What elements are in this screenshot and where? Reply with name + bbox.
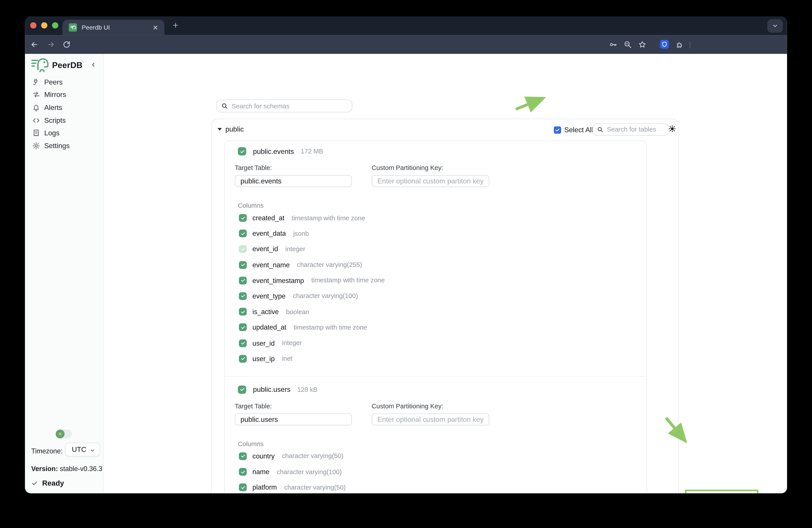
browser-window: Peerdb UI ✕ + Not Secure :3000/mirrors/c… [25, 17, 787, 493]
table-size: 172 MB [301, 148, 323, 155]
table-checkbox[interactable] [238, 385, 246, 394]
zoom-window-button[interactable] [52, 22, 58, 28]
check-icon [240, 485, 246, 490]
version-value: stable-v0.36.3 [60, 465, 102, 473]
browser-toolbar: Not Secure :3000/mirrors/create?type=CDC… [25, 35, 787, 54]
create-mirror-highlight: + Create Mirror [685, 489, 758, 493]
table-settings-gear-icon[interactable] [668, 125, 676, 133]
sidebar-item-mirrors[interactable]: Mirrors [25, 88, 103, 101]
column-name: event_id [252, 245, 278, 253]
column-name: country [252, 452, 275, 460]
column-name: event_name [252, 261, 290, 269]
column-checkbox[interactable] [239, 484, 247, 491]
check-icon [240, 215, 246, 220]
sidebar-nav: Peers Mirrors Alerts Scripts [25, 76, 103, 152]
tab-search-button[interactable] [767, 19, 783, 33]
table-search-placeholder: Search for tables [607, 126, 656, 133]
schema-name: public [225, 125, 244, 133]
column-row: event_data jsonb [225, 230, 647, 237]
partition-key-input[interactable] [372, 175, 489, 187]
timezone-select[interactable]: UTC [65, 443, 100, 456]
partition-key-label: Custom Partitioning Key: [372, 403, 489, 410]
select-all-checkbox[interactable] [554, 126, 561, 133]
theme-toggle[interactable] [56, 430, 72, 438]
password-key-icon[interactable] [609, 40, 618, 49]
peerdb-logo [31, 58, 49, 73]
chevron-down-icon [90, 448, 95, 453]
column-row: is_active boolean [225, 308, 647, 316]
column-checkbox[interactable] [239, 308, 247, 316]
column-checkbox[interactable] [239, 452, 247, 460]
column-row: event_type character varying(100) [225, 292, 647, 300]
minimize-window-button[interactable] [41, 22, 47, 28]
column-checkbox[interactable] [239, 339, 247, 347]
sidebar-item-alerts[interactable]: Alerts [25, 101, 103, 114]
status-ready: Ready [31, 479, 64, 487]
schema-search-input[interactable]: Search for schemas [216, 100, 352, 113]
column-checkbox[interactable] [239, 230, 247, 237]
browser-tab[interactable]: Peerdb UI ✕ [62, 20, 164, 35]
check-icon [240, 309, 246, 314]
target-table-input[interactable] [235, 175, 352, 187]
close-tab-icon[interactable]: ✕ [153, 24, 158, 31]
columns-heading: Columns [238, 440, 647, 448]
partition-key-label: Custom Partitioning Key: [372, 164, 489, 172]
version-label: Version: [31, 465, 58, 473]
check-icon [240, 325, 246, 330]
sidebar-item-scripts[interactable]: Scripts [25, 114, 103, 127]
sidebar-item-logs[interactable]: Logs [25, 127, 103, 140]
sidebar-item-label: Settings [44, 142, 70, 149]
plug-icon [32, 78, 40, 86]
column-checkbox[interactable] [239, 355, 247, 362]
shield-extension-icon[interactable] [660, 40, 669, 49]
column-checkbox[interactable] [239, 324, 247, 331]
partition-key-input[interactable] [372, 413, 489, 425]
sidebar-item-label: Logs [44, 129, 60, 137]
column-checkbox[interactable] [239, 261, 247, 269]
sidebar-item-peers[interactable]: Peers [25, 76, 103, 88]
check-icon [240, 469, 246, 474]
sidebar-item-label: Alerts [44, 103, 62, 111]
select-all-control[interactable]: Select All [554, 126, 593, 133]
column-name: created_at [252, 214, 285, 222]
table-section: public.users 128 kB Target Table: Custom… [225, 376, 647, 493]
column-row: country character varying(50) [225, 452, 647, 460]
schema-toggle[interactable]: public [218, 125, 244, 133]
column-type: integer [285, 245, 305, 253]
sun-icon [56, 430, 64, 438]
extensions-puzzle-icon[interactable] [676, 40, 684, 49]
column-checkbox[interactable] [239, 292, 247, 300]
column-checkbox[interactable] [239, 214, 247, 222]
column-name: updated_at [252, 324, 286, 331]
target-table-input[interactable] [235, 413, 352, 425]
reload-icon[interactable] [62, 40, 71, 49]
column-type: character varying(255) [297, 261, 362, 268]
screenshot-stage: Peerdb UI ✕ + Not Secure :3000/mirrors/c… [0, 0, 812, 528]
back-icon[interactable] [30, 40, 39, 49]
column-name: user_id [252, 339, 275, 347]
table-search-input[interactable]: Search for tables [592, 124, 669, 136]
close-window-button[interactable] [30, 22, 37, 28]
columns-list: created_at timestamp with time zone even… [225, 214, 647, 362]
sidebar-item-settings[interactable]: Settings [25, 139, 103, 152]
column-type: timestamp with time zone [311, 277, 385, 284]
timezone-label: Timezone: [31, 447, 63, 455]
new-tab-button[interactable]: + [173, 21, 178, 30]
columns-list: country character varying(50) name chara… [225, 452, 647, 493]
check-icon [31, 480, 38, 486]
arrows-mirror-icon [32, 91, 40, 99]
table-checkbox[interactable] [238, 147, 246, 156]
zoom-out-icon[interactable] [624, 40, 632, 49]
bookmark-star-icon[interactable] [638, 40, 647, 49]
column-checkbox[interactable] [239, 468, 247, 476]
forward-icon[interactable] [47, 40, 55, 49]
column-checkbox[interactable] [239, 276, 247, 284]
table-size: 128 kB [297, 386, 318, 393]
column-type: character varying(100) [293, 292, 358, 300]
tables-list: public.events 172 MB Target Table: Custo… [225, 141, 647, 493]
column-name: name [252, 468, 270, 476]
collapse-sidebar-icon[interactable] [90, 61, 96, 69]
column-type: jsonb [293, 230, 309, 237]
column-checkbox[interactable] [239, 245, 247, 253]
log-document-icon [32, 129, 40, 137]
